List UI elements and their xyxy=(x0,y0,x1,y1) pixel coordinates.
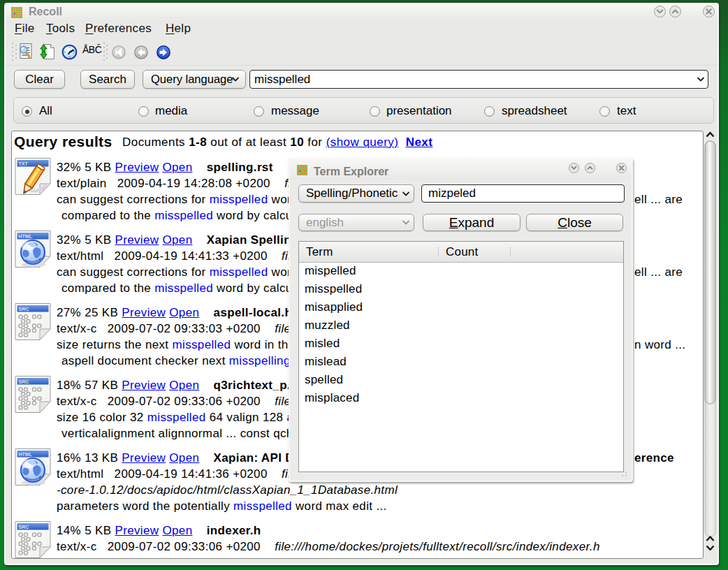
svg-text:HTML: HTML xyxy=(19,234,33,239)
svg-text:HTML: HTML xyxy=(19,452,33,457)
svg-text:TXT: TXT xyxy=(19,161,29,166)
svg-text:SRC: SRC xyxy=(19,379,29,384)
svg-text:SRC: SRC xyxy=(19,307,29,312)
svg-text:SRC: SRC xyxy=(19,525,29,529)
